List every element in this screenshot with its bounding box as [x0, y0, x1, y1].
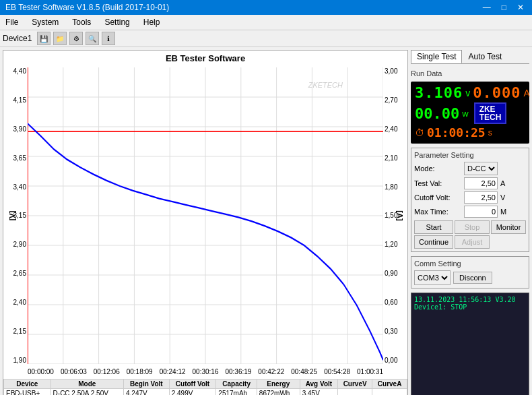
- max-time-unit: M: [500, 208, 511, 216]
- settings-icon[interactable]: ⚙: [69, 32, 83, 45]
- chart-canvas: ZKETECH: [28, 67, 383, 364]
- current-display: 0.000: [473, 84, 521, 101]
- col-cutoff-volt: Cutoff Volt: [169, 379, 216, 389]
- run-data-label: Run Data: [411, 69, 529, 78]
- zke-logo: ZKE TECH: [474, 102, 507, 124]
- cell-capacity: 2517mAh: [216, 389, 257, 396]
- mode-row: Mode: D-CC D-CV D-CP D-CR: [414, 162, 526, 175]
- chart-area: EB Tester Software [V] [A] 4,40 4,15 3,9…: [3, 50, 408, 395]
- col-curvev: CurveV: [338, 379, 372, 389]
- voltage-unit: v: [465, 88, 470, 98]
- cell-curvev: [338, 389, 372, 396]
- action-buttons: Start Stop Monitor Continue Adjust: [414, 220, 526, 249]
- comm-port-select[interactable]: COM3 COM1 COM2 COM4: [414, 270, 451, 285]
- max-time-input[interactable]: [464, 206, 498, 218]
- col-device: Device: [4, 379, 51, 389]
- watermark: ZKETECH: [308, 81, 343, 89]
- menu-tools[interactable]: Tools: [69, 16, 94, 28]
- tabs-bar: Single Test Auto Test: [411, 50, 529, 64]
- cutoff-volt-input[interactable]: [464, 191, 498, 204]
- minimize-button[interactable]: —: [480, 3, 494, 12]
- log-line-2: Device1: STOP: [414, 303, 526, 311]
- save-icon[interactable]: 💾: [37, 32, 51, 45]
- start-button[interactable]: Start: [414, 220, 453, 234]
- power-unit: w: [462, 109, 468, 119]
- menu-system[interactable]: System: [29, 16, 61, 28]
- voltage-display: 3.106: [415, 84, 463, 101]
- time-unit: s: [488, 128, 492, 138]
- disconn-button[interactable]: Disconn: [453, 272, 492, 284]
- comm-section: Comm Setting COM3 COM1 COM2 COM4 Disconn: [411, 256, 529, 288]
- time-display: 01:00:25: [427, 125, 486, 140]
- close-button[interactable]: ✕: [514, 3, 527, 12]
- menu-setting[interactable]: Setting: [102, 16, 132, 28]
- col-mode: Mode: [51, 379, 123, 389]
- chart-svg: [28, 67, 383, 364]
- cell-energy: 8672mWh: [257, 389, 300, 396]
- comm-row: COM3 COM1 COM2 COM4 Disconn: [414, 270, 526, 285]
- menu-bar: File System Tools Setting Help: [0, 15, 532, 30]
- test-val-unit: A: [500, 179, 511, 187]
- time-icon: ⏱: [415, 127, 424, 138]
- voltage-current-row: 3.106 v 0.000 A: [415, 84, 525, 101]
- stop-button[interactable]: Stop: [455, 220, 490, 234]
- max-time-row: Max Time: M: [414, 206, 526, 218]
- continue-button[interactable]: Continue: [414, 235, 453, 249]
- cutoff-volt-unit: V: [500, 193, 511, 202]
- chart-title: EB Tester Software: [3, 51, 407, 65]
- cell-begin-volt: 4,247V: [124, 389, 170, 396]
- tab-auto-test[interactable]: Auto Test: [462, 50, 508, 63]
- current-unit: A: [523, 88, 529, 98]
- param-section-title: Parameter Setting: [414, 151, 526, 159]
- cell-cutoff-volt: 2,499V: [169, 389, 216, 396]
- maximize-button[interactable]: □: [499, 3, 509, 12]
- menu-file[interactable]: File: [3, 16, 21, 28]
- max-time-label: Max Time:: [414, 208, 461, 216]
- comm-section-title: Comm Setting: [414, 260, 526, 268]
- info-icon[interactable]: ℹ: [102, 32, 115, 45]
- y-axis-right: 3,00 2,70 2,40 2,10 1,80 1,50 1,20 0,90 …: [383, 65, 407, 367]
- cell-mode: D-CC 2,50A 2,50V: [51, 389, 123, 396]
- y-axis-left: 4,40 4,15 3,90 3,65 3,40 3,15 2,90 2,65 …: [3, 65, 28, 367]
- col-avg-volt: Avg Volt: [300, 379, 337, 389]
- col-energy: Energy: [257, 379, 300, 389]
- right-panel: Single Test Auto Test Run Data 3.106 v 0…: [411, 47, 532, 395]
- data-table: Device Mode Begin Volt Cutoff Volt Capac…: [3, 379, 407, 395]
- folder-icon[interactable]: 📁: [53, 32, 67, 45]
- title-bar: EB Tester Software V1.8.5 (Build 2017-10…: [0, 0, 532, 15]
- test-val-input[interactable]: [464, 177, 498, 189]
- adjust-button[interactable]: Adjust: [455, 235, 490, 249]
- monitor-button[interactable]: Monitor: [491, 220, 526, 234]
- param-section: Parameter Setting Mode: D-CC D-CV D-CP D…: [411, 148, 529, 252]
- log-box: 13.11.2023 11:56:13 V3.20 Device1: STOP: [411, 293, 529, 395]
- col-begin-volt: Begin Volt: [124, 379, 170, 389]
- x-axis: 00:00:00 00:06:03 00:12:06 00:18:09 00:2…: [3, 368, 407, 375]
- test-val-row: Test Val: A: [414, 177, 526, 189]
- cell-curvea: [372, 389, 407, 396]
- app-title: EB Tester Software V1.8.5 (Build 2017-10…: [5, 3, 169, 12]
- cutoff-volt-row: Cutoff Volt: V: [414, 191, 526, 204]
- power-display: 00.00: [415, 105, 459, 122]
- menu-help[interactable]: Help: [141, 16, 163, 28]
- tab-single-test[interactable]: Single Test: [411, 50, 462, 63]
- col-capacity: Capacity: [216, 379, 257, 389]
- log-line-1: 13.11.2023 11:56:13 V3.20: [414, 296, 526, 303]
- mode-select[interactable]: D-CC D-CV D-CP D-CR: [464, 162, 498, 175]
- col-curvea: CurveA: [372, 379, 407, 389]
- main-content: EB Tester Software [V] [A] 4,40 4,15 3,9…: [0, 47, 532, 395]
- time-row: ⏱ 01:00:25 s: [415, 125, 525, 140]
- test-val-label: Test Val:: [414, 179, 461, 187]
- zke-logo-bottom: TECH: [479, 113, 502, 121]
- toolbar: Device1 💾 📁 ⚙ 🔍 ℹ: [0, 30, 532, 47]
- cell-device: EBD-USB+: [4, 389, 51, 396]
- run-data-box: 3.106 v 0.000 A 00.00 w ZKE TECH ⏱ 01:00…: [411, 82, 529, 144]
- cell-avg-volt: 3,45V: [300, 389, 337, 396]
- window-controls: — □ ✕: [480, 3, 527, 12]
- device-label: Device1: [3, 34, 32, 43]
- cutoff-volt-label: Cutoff Volt:: [414, 193, 461, 202]
- power-time-row: 00.00 w ZKE TECH: [415, 102, 525, 124]
- mode-label: Mode:: [414, 164, 461, 173]
- search-icon[interactable]: 🔍: [86, 32, 99, 45]
